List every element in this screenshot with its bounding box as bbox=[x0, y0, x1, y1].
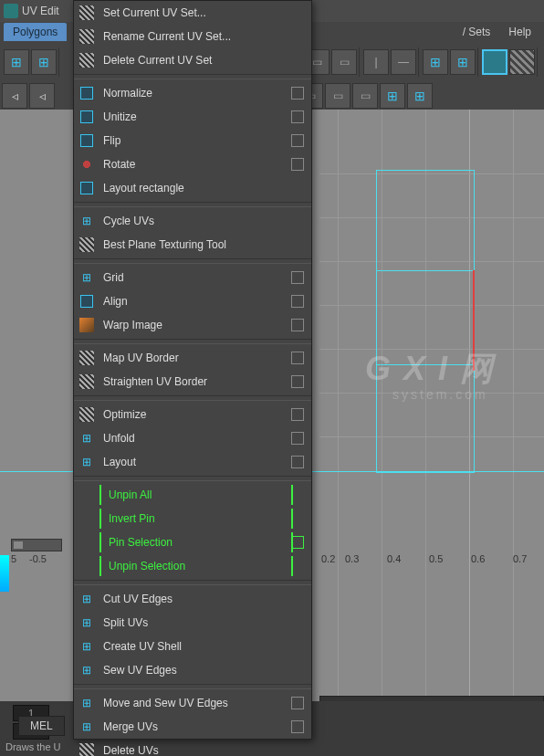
menu-unpin-all[interactable]: Unpin All bbox=[74, 483, 311, 507]
tool-align-h[interactable] bbox=[331, 49, 357, 75]
menu-unfold[interactable]: Unfold bbox=[74, 426, 311, 450]
checker-icon bbox=[79, 29, 94, 44]
axis-label: 5 bbox=[11, 553, 16, 564]
viewport-gutter-indicator bbox=[0, 555, 9, 592]
split-icon bbox=[82, 616, 91, 629]
menu-sew-uv-edges[interactable]: Sew UV Edges bbox=[74, 658, 311, 682]
option-box-icon[interactable] bbox=[291, 87, 304, 100]
tool-flip-v[interactable] bbox=[363, 49, 389, 75]
menu-optimize[interactable]: Optimize bbox=[74, 403, 311, 426]
tool-border-b[interactable] bbox=[450, 49, 476, 75]
tool2-c[interactable] bbox=[352, 83, 378, 109]
tool-border-a[interactable] bbox=[423, 49, 448, 75]
merge-icon bbox=[82, 720, 91, 733]
axis-label: -0.5 bbox=[29, 553, 47, 564]
option-box-icon[interactable] bbox=[291, 375, 304, 388]
menu-unitize[interactable]: Unitize bbox=[74, 105, 311, 129]
option-box-icon[interactable] bbox=[291, 110, 304, 123]
option-box-icon[interactable] bbox=[291, 319, 304, 331]
menu-move-and-sew[interactable]: Move and Sew UV Edges bbox=[74, 691, 311, 715]
menu-pin-selection[interactable]: Pin Selection bbox=[74, 530, 311, 554]
tool-image-toggle[interactable] bbox=[482, 49, 507, 75]
menu-cut-uv-edges[interactable]: Cut UV Edges bbox=[74, 587, 311, 611]
align-icon bbox=[80, 295, 93, 308]
option-box-icon[interactable] bbox=[291, 352, 304, 364]
menu-set-current-uv-set[interactable]: Set Current UV Set... bbox=[74, 1, 311, 25]
checker-icon bbox=[79, 5, 94, 20]
unfold-icon bbox=[82, 432, 91, 445]
move-sew-icon bbox=[82, 697, 91, 709]
tool-arrow-a[interactable] bbox=[2, 83, 27, 109]
menu-delete-uvs[interactable]: Delete UVs bbox=[74, 739, 311, 756]
menu-warp-image[interactable]: Warp Image bbox=[74, 313, 311, 337]
menu-grid[interactable]: Grid bbox=[74, 266, 311, 289]
checker-icon bbox=[79, 53, 94, 68]
tool2-b[interactable] bbox=[325, 83, 350, 109]
menu-split-uvs[interactable]: Split UVs bbox=[74, 611, 311, 635]
menu-help[interactable]: Help bbox=[499, 23, 540, 41]
axis-label: 0.2 bbox=[321, 553, 335, 564]
cycle-icon bbox=[82, 215, 91, 227]
selected-edge[interactable] bbox=[473, 270, 475, 371]
menu-invert-pin[interactable]: Invert Pin bbox=[74, 507, 311, 530]
tool-grid-a[interactable] bbox=[4, 49, 29, 75]
tool2-e[interactable] bbox=[407, 83, 433, 109]
tool-checker[interactable] bbox=[509, 49, 535, 75]
axis-label: 0.4 bbox=[387, 553, 401, 564]
menu-straighten-uv-border[interactable]: Straighten UV Border bbox=[74, 370, 311, 394]
menu-separator bbox=[74, 476, 311, 481]
menu-separator bbox=[74, 74, 311, 79]
grid-icon bbox=[80, 134, 93, 147]
uv-shell-inner[interactable] bbox=[376, 270, 475, 365]
option-box-icon[interactable] bbox=[291, 432, 304, 445]
status-text: Draws the U bbox=[5, 741, 61, 752]
menu-align[interactable]: Align bbox=[74, 289, 311, 313]
menu-rename-current-uv-set[interactable]: Rename Current UV Set... bbox=[74, 25, 311, 48]
axis-label: 0.3 bbox=[345, 553, 359, 564]
cut-icon bbox=[82, 593, 91, 605]
menu-layout-rectangle[interactable]: Layout rectangle bbox=[74, 176, 311, 200]
checker-icon bbox=[79, 351, 94, 365]
menu-best-plane-texturing[interactable]: Best Plane Texturing Tool bbox=[74, 233, 311, 257]
option-box-icon[interactable] bbox=[291, 720, 304, 733]
checker-icon bbox=[79, 237, 94, 252]
menu-flip[interactable]: Flip bbox=[74, 129, 311, 152]
menu-unpin-selection[interactable]: Unpin Selection bbox=[74, 554, 311, 578]
grid-icon bbox=[80, 110, 93, 123]
menu-separator bbox=[74, 684, 311, 689]
tool-grid-b[interactable] bbox=[31, 49, 57, 75]
menu-layout[interactable]: Layout bbox=[74, 450, 311, 474]
menu-map-uv-border[interactable]: Map UV Border bbox=[74, 346, 311, 370]
menu-rotate[interactable]: Rotate bbox=[74, 152, 311, 176]
left-mini-slider[interactable] bbox=[11, 539, 62, 551]
app-icon bbox=[4, 4, 18, 18]
axis-label: 0.5 bbox=[429, 553, 443, 564]
grid-icon bbox=[80, 182, 93, 194]
menu-create-uv-shell[interactable]: Create UV Shell bbox=[74, 635, 311, 658]
tool-flip-h[interactable] bbox=[391, 49, 416, 75]
tool-arrow-b[interactable] bbox=[29, 83, 55, 109]
option-box-icon[interactable] bbox=[291, 536, 304, 549]
menu-separator bbox=[74, 580, 311, 585]
menu-merge-uvs[interactable]: Merge UVs bbox=[74, 715, 311, 739]
option-box-icon[interactable] bbox=[291, 271, 304, 284]
option-box-icon[interactable] bbox=[291, 158, 304, 171]
option-box-icon[interactable] bbox=[291, 134, 304, 147]
tab-polygons[interactable]: Polygons bbox=[4, 23, 67, 41]
menu-cycle-uvs[interactable]: Cycle UVs bbox=[74, 209, 311, 233]
menu-normalize[interactable]: Normalize bbox=[74, 81, 311, 105]
grid-icon bbox=[80, 87, 93, 100]
menu-separator bbox=[74, 258, 311, 264]
option-box-icon[interactable] bbox=[291, 408, 304, 421]
menu-separator bbox=[74, 395, 311, 401]
menu-delete-current-uv-set[interactable]: Delete Current UV Set bbox=[74, 48, 311, 72]
checker-icon bbox=[79, 374, 94, 389]
menu-sets[interactable]: / Sets bbox=[454, 23, 500, 41]
option-box-icon[interactable] bbox=[291, 697, 304, 709]
option-box-icon[interactable] bbox=[291, 295, 304, 308]
tool2-d[interactable] bbox=[380, 83, 405, 109]
mel-label[interactable]: MEL bbox=[18, 716, 65, 736]
sew-icon bbox=[82, 664, 91, 677]
axis-label: 0.6 bbox=[471, 553, 485, 564]
option-box-icon[interactable] bbox=[291, 456, 304, 468]
